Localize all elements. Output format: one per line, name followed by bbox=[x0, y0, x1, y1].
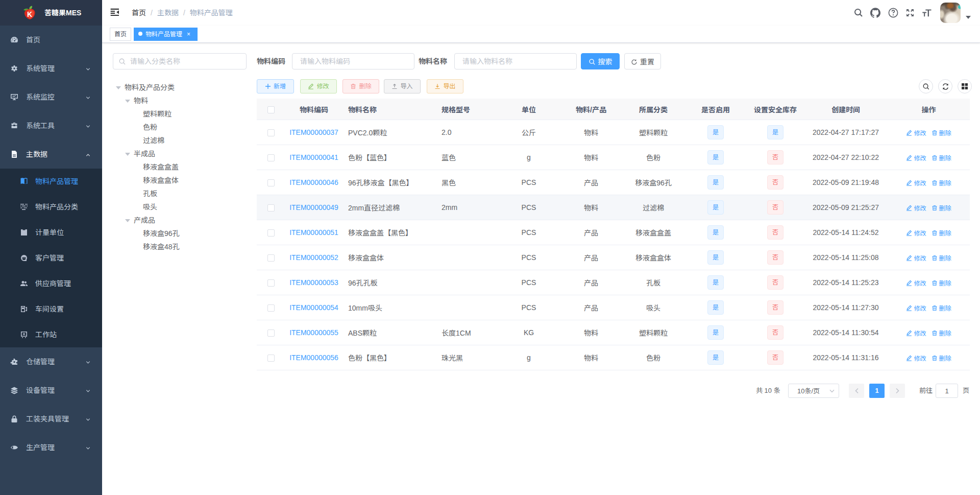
svg-text:K: K bbox=[27, 10, 32, 18]
